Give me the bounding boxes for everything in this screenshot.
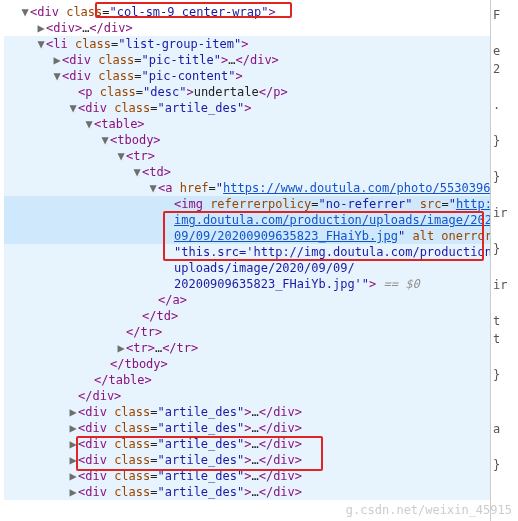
close-tr[interactable]: </tr> (4, 324, 490, 340)
side-line: . (493, 96, 516, 114)
node-table[interactable]: ▼<table> (4, 116, 490, 132)
node-li[interactable]: ▼<li class="list-group-item"> (4, 36, 490, 52)
node-artile-sibling-3[interactable]: ▶<div class="artile_des">…</div> (4, 436, 490, 452)
spacer (164, 196, 174, 212)
side-line (493, 402, 516, 420)
node-pic-content[interactable]: ▼<div class="pic-content"> (4, 68, 490, 84)
side-line: ir (493, 276, 516, 294)
side-line: t (493, 312, 516, 330)
side-line (493, 384, 516, 402)
node-img-line3: 09/09/20200909635823_FHaiYb.jpg" alt one… (4, 228, 490, 244)
expand-triangle[interactable]: ▼ (36, 36, 46, 52)
node-img-selected[interactable]: <img referrerpolicy="no-referrer" src="h… (4, 196, 490, 212)
node-artile-sibling-1[interactable]: ▶<div class="artile_des">…</div> (4, 404, 490, 420)
close-table[interactable]: </table> (4, 372, 490, 388)
node-artile-sibling-4[interactable]: ▶<div class="artile_des">…</div> (4, 452, 490, 468)
node-artile-sibling-2[interactable]: ▶<div class="artile_des">…</div> (4, 420, 490, 436)
node-artile-des[interactable]: ▼<div class="artile_des"> (4, 100, 490, 116)
expand-triangle[interactable]: ▼ (20, 4, 30, 20)
node-a[interactable]: ▼<a href="https://www.doutula.com/photo/… (4, 180, 490, 196)
expand-triangle[interactable]: ▼ (132, 164, 142, 180)
collapse-triangle[interactable]: ▶ (116, 340, 126, 356)
side-line (493, 114, 516, 132)
expand-triangle[interactable]: ▼ (52, 68, 62, 84)
close-tbody[interactable]: </tbody> (4, 356, 490, 372)
expand-triangle[interactable]: ▼ (100, 132, 110, 148)
expand-triangle[interactable]: ▼ (116, 148, 126, 164)
node-artile-sibling-5[interactable]: ▶<div class="artile_des">…</div> (4, 468, 490, 484)
collapse-triangle[interactable]: ▶ (52, 52, 62, 68)
side-line (493, 24, 516, 42)
side-line (493, 222, 516, 240)
node-artile-sibling-6[interactable]: ▶<div class="artile_des">…</div> (4, 484, 490, 500)
dom-tree[interactable]: ▼<div class="col-sm-9 center-wrap"> ▶<di… (0, 0, 490, 521)
side-line (493, 258, 516, 276)
side-line: a (493, 420, 516, 438)
collapse-triangle[interactable]: ▶ (68, 420, 78, 436)
side-line: t (493, 330, 516, 348)
expand-triangle[interactable]: ▼ (68, 100, 78, 116)
node-pic-title[interactable]: ▶<div class="pic-title">…</div> (4, 52, 490, 68)
side-line: } (493, 456, 516, 474)
node-tr[interactable]: ▼<tr> (4, 148, 490, 164)
side-line: F (493, 6, 516, 24)
side-line: } (493, 240, 516, 258)
close-artile[interactable]: </div> (4, 388, 490, 404)
node-img-onerror3: 20200909635823_FHaiYb.jpg'"> == $0 (4, 276, 490, 292)
expand-triangle[interactable]: ▼ (148, 180, 158, 196)
expand-triangle[interactable]: ▼ (84, 116, 94, 132)
side-line (493, 186, 516, 204)
close-td[interactable]: </td> (4, 308, 490, 324)
collapse-triangle[interactable]: ▶ (36, 20, 46, 36)
close-a[interactable]: </a> (4, 292, 490, 308)
spacer (68, 84, 78, 100)
side-line: } (493, 168, 516, 186)
side-line (493, 348, 516, 366)
side-line: } (493, 132, 516, 150)
side-line (493, 294, 516, 312)
node-desc[interactable]: <p class="desc">undertale</p> (4, 84, 490, 100)
node-tr-collapsed[interactable]: ▶<tr>…</tr> (4, 340, 490, 356)
side-line: 2 (493, 60, 516, 78)
node-img-onerror2: uploads/image/2020/09/09/ (4, 260, 490, 276)
node-div-collapsed[interactable]: ▶<div>…</div> (4, 20, 490, 36)
side-line: } (493, 366, 516, 384)
collapse-triangle[interactable]: ▶ (68, 404, 78, 420)
side-line (493, 78, 516, 96)
node-tbody[interactable]: ▼<tbody> (4, 132, 490, 148)
side-line (493, 150, 516, 168)
side-line (493, 438, 516, 456)
node-img-line2: img.doutula.com/production/uploads/image… (4, 212, 490, 228)
side-line: e (493, 42, 516, 60)
node-img-onerror1: "this.src='http://img.doutula.com/produc… (4, 244, 490, 260)
side-line: ir (493, 204, 516, 222)
node-div-wrap[interactable]: ▼<div class="col-sm-9 center-wrap"> (4, 4, 490, 20)
node-td[interactable]: ▼<td> (4, 164, 490, 180)
styles-panel[interactable]: F e 2 . } } ir } ir t t } a } (490, 0, 518, 521)
